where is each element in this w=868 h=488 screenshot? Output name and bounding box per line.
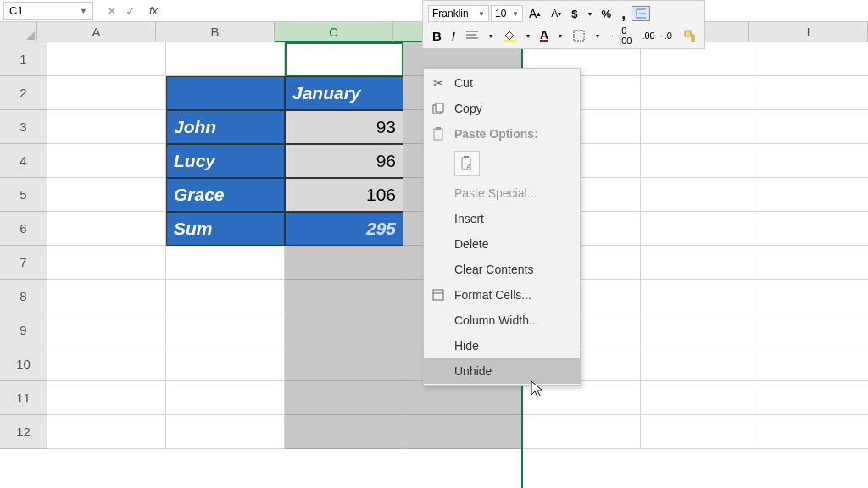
accept-formula-icon[interactable]: ✓ [125, 4, 136, 18]
cell[interactable] [641, 347, 760, 381]
cell-name-sum[interactable]: Sum [166, 212, 285, 246]
align-arrow-icon[interactable]: ▾ [485, 30, 497, 42]
cell[interactable] [166, 280, 285, 313]
menu-hide[interactable]: Hide [424, 333, 580, 358]
cell[interactable] [285, 313, 403, 347]
cell[interactable] [641, 76, 760, 110]
cell[interactable] [47, 280, 166, 313]
menu-clear-contents[interactable]: Clear Contents [424, 257, 580, 282]
cell[interactable] [285, 280, 403, 313]
cell-value[interactable]: 93 [285, 110, 403, 144]
format-painter-icon[interactable] [678, 25, 702, 46]
cell[interactable] [760, 42, 868, 76]
cell[interactable] [403, 415, 522, 449]
col-header-a[interactable]: A [37, 22, 156, 42]
cell[interactable] [285, 415, 403, 449]
increase-font-icon[interactable]: A▴ [525, 4, 545, 23]
cell-value[interactable]: 96 [285, 144, 403, 178]
font-color-arrow-icon[interactable]: ▾ [554, 30, 566, 42]
cell[interactable] [641, 178, 760, 212]
row-header[interactable]: 1 [0, 42, 47, 76]
menu-delete[interactable]: Delete [424, 231, 580, 257]
cell-value[interactable]: 106 [285, 178, 403, 212]
cell[interactable] [47, 76, 166, 110]
row-header[interactable]: 4 [0, 144, 47, 178]
row-header[interactable]: 9 [0, 313, 47, 347]
menu-copy[interactable]: Copy [424, 96, 580, 121]
fx-label[interactable]: fx [149, 4, 158, 17]
menu-paste-special[interactable]: Paste Special... [424, 180, 580, 206]
cell[interactable] [285, 42, 403, 76]
cell-name-lucy[interactable]: Lucy [166, 144, 285, 178]
cell[interactable] [285, 246, 403, 280]
cell[interactable] [47, 415, 166, 449]
cell[interactable] [47, 212, 166, 246]
cell[interactable] [166, 246, 285, 280]
cell-header-january[interactable]: January [285, 76, 403, 110]
col-header-b[interactable]: B [156, 22, 275, 42]
borders-arrow-icon[interactable]: ▾ [592, 30, 604, 42]
cell-sum-value[interactable]: 295 [285, 212, 403, 246]
currency-icon[interactable]: $ [567, 5, 581, 23]
row-header[interactable]: 12 [0, 415, 47, 449]
cell[interactable] [47, 313, 166, 347]
cell[interactable] [760, 415, 868, 449]
cell[interactable] [47, 246, 166, 280]
col-header-c[interactable]: C [275, 22, 393, 42]
cell[interactable] [760, 110, 868, 144]
cancel-formula-icon[interactable]: ✕ [107, 4, 117, 18]
currency-arrow-icon[interactable]: ▾ [584, 8, 596, 20]
cell-name-john[interactable]: John [166, 110, 285, 144]
fill-color-arrow-icon[interactable]: ▾ [522, 30, 534, 42]
cell[interactable] [641, 313, 760, 347]
merge-center-icon[interactable] [632, 6, 650, 21]
row-header[interactable]: 11 [0, 381, 47, 415]
comma-icon[interactable]: , [617, 3, 630, 25]
font-color-icon[interactable]: A [536, 27, 553, 45]
cell[interactable] [522, 381, 641, 415]
menu-unhide[interactable]: Unhide [424, 358, 580, 384]
menu-insert[interactable]: Insert [424, 206, 580, 231]
row-header[interactable]: 5 [0, 178, 47, 212]
row-header[interactable]: 7 [0, 246, 47, 280]
cell[interactable] [285, 381, 403, 415]
cell[interactable] [641, 110, 760, 144]
cell[interactable] [166, 415, 285, 449]
cell[interactable] [166, 313, 285, 347]
cell[interactable] [641, 415, 760, 449]
menu-column-width[interactable]: Column Width... [424, 308, 580, 333]
cell[interactable] [166, 347, 285, 381]
font-dropdown[interactable]: Franklin ▼ [428, 5, 489, 22]
cell[interactable] [760, 246, 868, 280]
cell[interactable] [760, 212, 868, 246]
menu-cut[interactable]: ✂ Cut [424, 70, 580, 96]
row-header[interactable]: 8 [0, 280, 47, 313]
cell[interactable] [641, 212, 760, 246]
select-all-corner[interactable] [0, 22, 37, 42]
menu-format-cells[interactable]: Format Cells... [424, 282, 580, 308]
cell[interactable] [47, 42, 166, 76]
italic-icon[interactable]: I [448, 26, 459, 46]
font-size-dropdown[interactable]: 10 ▼ [491, 5, 523, 22]
cell[interactable] [760, 280, 868, 313]
cell[interactable] [166, 42, 285, 76]
cell[interactable] [760, 313, 868, 347]
cell[interactable] [760, 144, 868, 178]
cell[interactable] [47, 347, 166, 381]
align-icon[interactable] [461, 27, 483, 44]
cell[interactable] [47, 110, 166, 144]
row-header[interactable]: 10 [0, 347, 47, 381]
cell[interactable] [166, 76, 285, 110]
paste-button[interactable]: A [454, 151, 480, 176]
decrease-decimal-icon[interactable]: .00→.0 [637, 28, 676, 43]
cell[interactable] [641, 381, 760, 415]
name-box[interactable]: C1 ▼ [3, 2, 93, 20]
cell[interactable] [47, 178, 166, 212]
col-header-i[interactable]: I [749, 22, 868, 42]
cell[interactable] [285, 347, 403, 381]
cell[interactable] [760, 178, 868, 212]
cell[interactable] [641, 144, 760, 178]
cell[interactable] [166, 381, 285, 415]
borders-icon[interactable] [568, 26, 590, 45]
cell[interactable] [47, 144, 166, 178]
